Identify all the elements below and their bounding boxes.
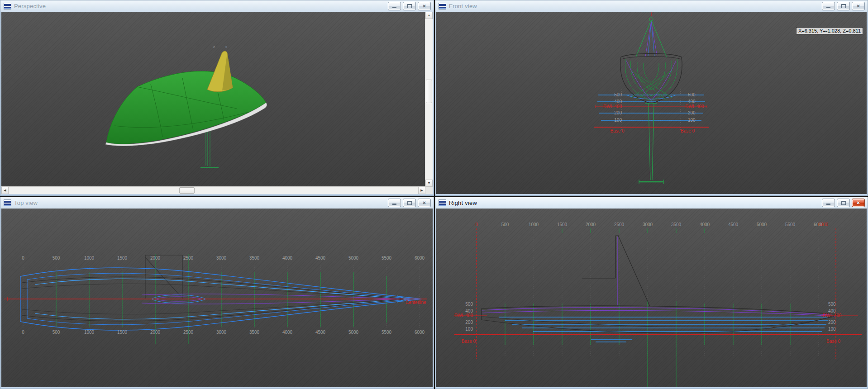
- dwl-label: DWL 400: [823, 313, 841, 318]
- delftship-icon[interactable]: [4, 3, 11, 9]
- close-icon: ✕: [856, 201, 860, 205]
- waterline-label: 400: [593, 99, 622, 104]
- titlebar[interactable]: Perspective ✕: [1, 0, 433, 12]
- sheer-line: [482, 306, 837, 314]
- waterline-label: 100: [593, 118, 622, 123]
- keel-lines: [639, 104, 663, 184]
- waterline-label: 200: [448, 320, 473, 325]
- close-icon: ✕: [422, 201, 426, 205]
- datum-lines: [454, 228, 862, 359]
- base-label: Base 0: [681, 128, 695, 133]
- close-button[interactable]: ✕: [852, 199, 865, 207]
- waterline-label: 200: [688, 110, 696, 115]
- waterline-label: 200: [828, 320, 836, 325]
- scroll-down-button[interactable]: ▼: [425, 180, 433, 187]
- minimize-button[interactable]: [822, 199, 835, 207]
- waterline-label: 100: [828, 327, 836, 332]
- scroll-up-button[interactable]: ▲: [425, 12, 433, 19]
- waterline-label: 500: [448, 302, 473, 307]
- top-drawing: [1, 209, 433, 387]
- close-button[interactable]: ✕: [418, 2, 431, 10]
- minimize-button[interactable]: [822, 2, 835, 10]
- viewport-right[interactable]: 5001000150020002500300035004000450050005…: [436, 209, 867, 387]
- coordinate-readout: X=6.315, Y=-1.028, Z=0.811: [796, 27, 863, 34]
- dwl-label: DWL 400: [593, 104, 622, 109]
- fin-profile: [582, 236, 650, 306]
- waterline-label: 200: [593, 110, 622, 115]
- delftship-icon[interactable]: [4, 199, 11, 206]
- axis-indicator: z x: [213, 45, 227, 49]
- titlebar[interactable]: Front view ✕: [436, 0, 867, 12]
- ruler-end-red-label: 6300: [816, 222, 830, 227]
- delftship-icon[interactable]: [439, 3, 446, 9]
- centerline-label: Centerline: [405, 300, 426, 305]
- restore-button[interactable]: [837, 2, 850, 10]
- right-drawing: [436, 209, 867, 387]
- viewport-front[interactable]: Centerline X=6.315, Y=-1.028, Z=0.811 50…: [436, 12, 867, 194]
- delftship-icon[interactable]: [439, 199, 446, 206]
- restore-icon: [407, 4, 412, 8]
- minimize-button[interactable]: [388, 199, 401, 207]
- window-title: Right view: [449, 199, 477, 206]
- window-right-view: Right view ✕: [435, 197, 868, 389]
- base-label: Base 0: [826, 339, 840, 344]
- waterline-label: 400: [688, 99, 696, 104]
- waterline-label: 100: [688, 118, 696, 123]
- minimize-icon: [392, 7, 396, 8]
- titlebar[interactable]: Right view ✕: [436, 197, 867, 209]
- horizontal-scroll-thumb[interactable]: [179, 187, 195, 194]
- close-icon: ✕: [856, 4, 860, 9]
- window-perspective: Perspective ✕: [0, 0, 434, 196]
- hull-deck: [106, 71, 266, 144]
- minimize-icon: [392, 204, 396, 205]
- hull-3d: [105, 51, 267, 146]
- base-label: Base 0: [462, 339, 476, 344]
- titlebar[interactable]: Top view ✕: [1, 197, 433, 209]
- vertical-scroll-thumb[interactable]: [426, 80, 432, 103]
- horizontal-scrollbar[interactable]: ◀ ▶: [1, 186, 425, 194]
- mast-lines: [636, 18, 667, 57]
- waterline-label: 500: [593, 92, 622, 97]
- hull-section: [620, 54, 682, 104]
- ruler-top: 5001000150020002500300035004000450050005…: [505, 222, 790, 227]
- viewport-perspective[interactable]: z x ▲ ▼ ◀ ▶: [1, 12, 433, 194]
- scroll-left-button[interactable]: ◀: [1, 187, 9, 194]
- scroll-right-button[interactable]: ▶: [418, 187, 425, 194]
- close-button[interactable]: ✕: [418, 199, 431, 207]
- fin-planform: [145, 255, 182, 299]
- svg-text:x: x: [225, 45, 227, 49]
- window-front-view: Front view ✕: [435, 0, 868, 196]
- clipped-centerline-label: Centerline: [631, 12, 672, 14]
- restore-icon: [407, 201, 412, 205]
- restore-button[interactable]: [403, 2, 416, 10]
- window-top-view: Top view ✕: [0, 197, 434, 389]
- restore-icon: [841, 201, 846, 205]
- close-icon: ✕: [422, 4, 426, 9]
- ruler-bottom: 0500100015002000250030003500400045005000…: [23, 330, 420, 335]
- front-drawing: [436, 12, 867, 194]
- perspective-drawing: z x: [1, 12, 425, 186]
- ruler-origin-label: 0: [473, 222, 480, 227]
- restore-button[interactable]: [403, 199, 416, 207]
- vertical-scrollbar[interactable]: ▲ ▼: [425, 12, 433, 187]
- svg-text:z: z: [213, 45, 215, 49]
- minimize-icon: [826, 7, 830, 8]
- base-label: Base 0: [603, 128, 632, 133]
- station-guides: [505, 230, 819, 358]
- window-title: Top view: [14, 199, 38, 206]
- minimize-icon: [826, 204, 830, 205]
- waterline-label: 500: [688, 92, 696, 97]
- dwl-label: DWL 400: [448, 313, 473, 318]
- datum-lines: [594, 12, 709, 127]
- restore-icon: [841, 4, 846, 8]
- waterline-label: 500: [828, 302, 836, 307]
- waterlines: [499, 317, 829, 342]
- ruler-top: 0500100015002000250030003500400045005000…: [23, 256, 420, 261]
- hull-profile: [482, 306, 837, 333]
- waterline-label: 100: [448, 327, 473, 332]
- viewport-top[interactable]: 0500100015002000250030003500400045005000…: [1, 209, 433, 387]
- minimize-button[interactable]: [388, 2, 401, 10]
- window-title: Perspective: [14, 3, 46, 9]
- restore-button[interactable]: [837, 199, 850, 207]
- close-button[interactable]: ✕: [852, 2, 865, 10]
